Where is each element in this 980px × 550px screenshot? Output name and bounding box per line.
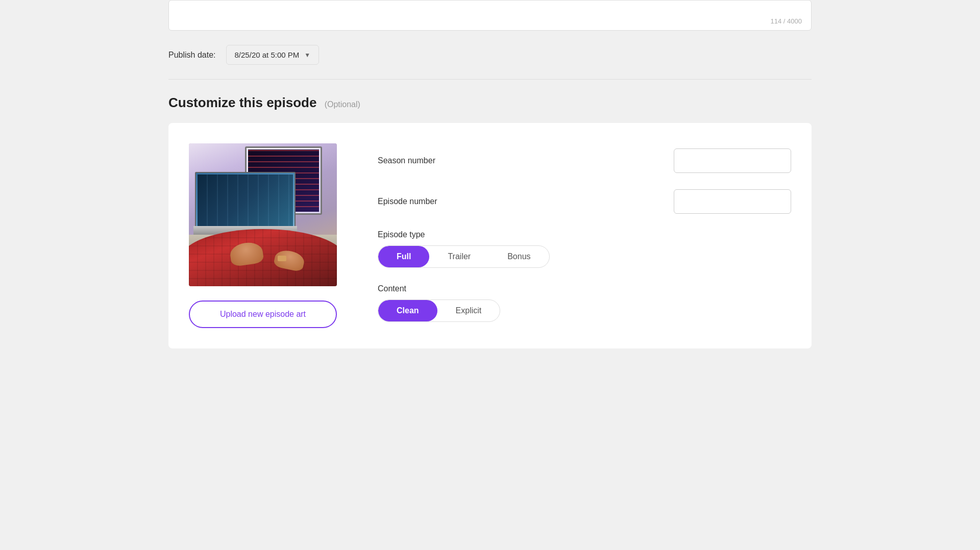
person-area bbox=[189, 229, 337, 286]
customize-section: Customize this episode (Optional) bbox=[168, 95, 812, 348]
season-number-input[interactable] bbox=[674, 148, 791, 173]
episode-number-input[interactable] bbox=[674, 189, 791, 214]
publish-date-row: Publish date: 8/25/20 at 5:00 PM ▼ bbox=[168, 31, 812, 79]
customize-optional: (Optional) bbox=[325, 100, 360, 109]
episode-art-panel: Upload new episode art bbox=[189, 143, 337, 328]
watch bbox=[278, 256, 286, 261]
episode-type-group: Episode type Full Trailer Bonus bbox=[378, 230, 791, 268]
customize-card: Upload new episode art Season number Epi… bbox=[168, 123, 812, 348]
episode-fields-panel: Season number Episode number Episode typ… bbox=[378, 143, 791, 322]
episode-type-trailer-button[interactable]: Trailer bbox=[429, 246, 489, 267]
content-label: Content bbox=[378, 284, 791, 293]
content-clean-button[interactable]: Clean bbox=[378, 300, 437, 321]
description-textarea-container: 114 / 4000 bbox=[168, 0, 812, 31]
section-divider bbox=[168, 79, 812, 80]
code-overlay bbox=[198, 174, 293, 227]
episode-number-label: Episode number bbox=[378, 197, 437, 206]
episode-type-bonus-button[interactable]: Bonus bbox=[489, 246, 549, 267]
episode-type-full-button[interactable]: Full bbox=[378, 246, 429, 267]
laptop-screen-display bbox=[198, 174, 293, 227]
content-explicit-button[interactable]: Explicit bbox=[437, 300, 500, 321]
content-toggle: Clean Explicit bbox=[378, 299, 500, 322]
laptop-screen bbox=[195, 172, 296, 229]
episode-art-image bbox=[189, 143, 337, 286]
char-count: 114 / 4000 bbox=[771, 17, 802, 25]
upload-episode-art-button[interactable]: Upload new episode art bbox=[189, 301, 337, 328]
publish-date-value: 8/25/20 at 5:00 PM bbox=[235, 51, 300, 59]
publish-date-dropdown[interactable]: 8/25/20 at 5:00 PM ▼ bbox=[226, 45, 320, 65]
customize-heading: Customize this episode (Optional) bbox=[168, 95, 812, 111]
bottom-space bbox=[168, 348, 812, 379]
chevron-down-icon: ▼ bbox=[304, 52, 310, 59]
season-number-label: Season number bbox=[378, 156, 435, 165]
content-group: Content Clean Explicit bbox=[378, 284, 791, 322]
season-number-field: Season number bbox=[378, 148, 791, 173]
episode-type-toggle: Full Trailer Bonus bbox=[378, 245, 550, 268]
episode-number-field: Episode number bbox=[378, 189, 791, 214]
episode-type-label: Episode type bbox=[378, 230, 791, 239]
publish-date-label: Publish date: bbox=[168, 51, 216, 60]
